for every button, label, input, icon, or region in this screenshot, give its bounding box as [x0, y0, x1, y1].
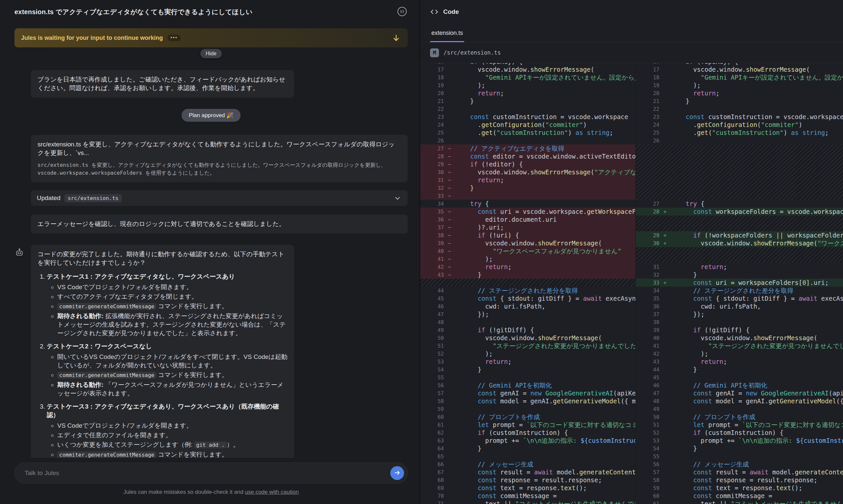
code-line[interactable]: 41− );: [420, 255, 635, 263]
code-line[interactable]: 63 prompt += `\n\n追加の指示: ${customInstruc…: [420, 436, 635, 445]
code-line[interactable]: 42− return;: [420, 263, 635, 271]
code-line[interactable]: 17 vscode.window.showErrorMessage(: [636, 66, 843, 73]
code-line[interactable]: 21 }: [420, 97, 635, 105]
code-line[interactable]: 59: [420, 405, 635, 413]
code-line[interactable]: 57 const genAI = new GoogleGenerativeAI(…: [420, 389, 635, 397]
code-line[interactable]: 34 // ステージングされた差分を取得: [636, 287, 843, 294]
code-line[interactable]: 55: [420, 373, 635, 381]
code-line[interactable]: 20 return;: [636, 89, 843, 97]
code-line[interactable]: 19 );: [636, 81, 843, 89]
code-line[interactable]: 29+ if (!workspaceFolders || workspaceFo…: [636, 231, 843, 239]
chevron-down-icon[interactable]: [393, 194, 402, 202]
updated-file-row[interactable]: Updated src/extension.ts: [31, 190, 408, 206]
chat-input[interactable]: [24, 469, 384, 477]
code-line[interactable]: 58 const response = result.response;: [636, 476, 843, 484]
code-line[interactable]: 36 cwd: uri.fsPath,: [636, 302, 843, 310]
code-line[interactable]: 42 );: [636, 350, 843, 358]
code-line[interactable]: 54 }: [420, 365, 635, 373]
code-line[interactable]: 46 cwd: uri.fsPath,: [420, 302, 635, 310]
code-line[interactable]: 39− vscode.window.showErrorMessage(: [420, 239, 635, 247]
code-line[interactable]: 50 // プロンプトを作成: [636, 413, 843, 421]
use-code-with-caution-link[interactable]: use code with caution: [245, 489, 299, 495]
code-line[interactable]: 58 const model = genAI.getGenerativeMode…: [420, 397, 635, 405]
code-line[interactable]: 18 "Gemini APIキーが設定されていません。設定から入力してください。…: [420, 73, 635, 81]
code-line[interactable]: 40− "ワークスペースフォルダが見つかりません": [420, 247, 635, 255]
code-line[interactable]: 32 }: [636, 271, 843, 278]
code-line[interactable]: 30+ vscode.window.showErrorMessage("ワークス…: [636, 239, 843, 247]
code-line[interactable]: 38− if (!uri) {: [420, 231, 635, 239]
code-line[interactable]: 54 }: [636, 445, 843, 452]
code-line[interactable]: 16 if (!apiKey) {: [420, 63, 635, 66]
code-line[interactable]: 40 vscode.window.showErrorMessage(: [636, 334, 843, 342]
code-line[interactable]: 52 if (customInstruction) {: [636, 429, 843, 436]
code-line[interactable]: 24 .getConfiguration("commiter"): [636, 121, 843, 129]
code-line[interactable]: 27− // アクティブなエディタを取得: [420, 144, 635, 152]
code-line[interactable]: 39 if (!gitDiff) {: [636, 326, 843, 334]
code-line[interactable]: 25 .get("customInstruction") as string;: [636, 129, 843, 137]
code-line[interactable]: 60 // プロンプトを作成: [420, 413, 635, 421]
code-line[interactable]: 25 .get("customInstruction") as string;: [420, 129, 635, 137]
code-line[interactable]: 46 // Gemini APIを初期化: [636, 381, 843, 389]
code-line[interactable]: 17 vscode.window.showErrorMessage(: [420, 66, 635, 73]
code-line[interactable]: 33−: [420, 192, 635, 200]
arrow-down-icon[interactable]: [391, 33, 401, 43]
code-line[interactable]: 20 return;: [420, 89, 635, 97]
code-line[interactable]: 44 // ステージングされた差分を取得: [420, 287, 635, 294]
code-line[interactable]: 26: [636, 137, 843, 144]
code-line[interactable]: 31 return;: [636, 263, 843, 271]
code-line[interactable]: 64 }: [420, 445, 635, 452]
code-line[interactable]: 37 });: [636, 310, 843, 318]
code-line[interactable]: 53 prompt += `\n\n追加の指示: ${customInstruc…: [636, 436, 843, 445]
code-line[interactable]: 26: [420, 137, 635, 144]
code-line[interactable]: 51 "ステージングされた変更が見つかりませんでした": [420, 342, 635, 350]
plan-approved-chip[interactable]: Plan approved 🎉: [182, 109, 241, 122]
code-line[interactable]: 27 try {: [636, 200, 843, 208]
code-line[interactable]: 65: [420, 452, 635, 460]
chat-input-bar[interactable]: [15, 463, 408, 484]
code-line[interactable]: 67 const result = await model.generateCo…: [420, 468, 635, 476]
code-line[interactable]: 37− )?.uri;: [420, 223, 635, 231]
code-line[interactable]: 47 });: [420, 310, 635, 318]
waiting-banner[interactable]: Jules is waiting for your input to conti…: [15, 28, 408, 47]
code-line[interactable]: 51 let prompt = `以下のコード変更に対する適切なコミットメッセー…: [636, 421, 843, 429]
code-line[interactable]: 18 "Gemini APIキーが設定されていません。設定から入力してください。…: [636, 73, 843, 81]
code-line[interactable]: 68 const response = result.response;: [420, 476, 635, 484]
code-line[interactable]: 24 .getConfiguration("commiter"): [420, 121, 635, 129]
code-line[interactable]: 19 );: [420, 81, 635, 89]
code-line[interactable]: 70 const commitMessage =: [420, 492, 635, 500]
code-line[interactable]: 45: [636, 373, 843, 381]
code-line[interactable]: 44 }: [636, 365, 843, 373]
code-line[interactable]: 43− }: [420, 271, 635, 278]
code-line[interactable]: 55: [636, 452, 843, 460]
code-line[interactable]: 50 vscode.window.showErrorMessage(: [420, 334, 635, 342]
code-line[interactable]: 35 const { stdout: gitDiff } = await exe…: [636, 294, 843, 302]
hide-button[interactable]: Hide: [200, 49, 222, 58]
code-line[interactable]: 56 // メッセージ生成: [636, 460, 843, 468]
code-line[interactable]: 49 if (!gitDiff) {: [420, 326, 635, 334]
code-line[interactable]: 23 const customInstruction = vscode.work…: [420, 113, 635, 121]
code-line[interactable]: 28+ const workspaceFolders = vscode.work…: [636, 208, 843, 215]
send-button[interactable]: [390, 466, 404, 480]
code-line[interactable]: 56 // Gemini APIを初期化: [420, 381, 635, 389]
code-line[interactable]: 30− vscode.window.showErrorMessage("アクティ…: [420, 168, 635, 176]
code-line[interactable]: 71 text || "コミットメッセージを生成できませんでした";: [420, 500, 635, 504]
code-line[interactable]: 48: [420, 318, 635, 326]
code-line[interactable]: 59 const text = response.text();: [636, 484, 843, 492]
code-line[interactable]: 31− return;: [420, 176, 635, 184]
code-line[interactable]: 32− }: [420, 184, 635, 192]
code-line[interactable]: 22: [420, 105, 635, 113]
code-line[interactable]: 47 const genAI = new GoogleGenerativeAI(…: [636, 389, 843, 397]
code-line[interactable]: 16 if (!apiKey) {: [636, 63, 843, 66]
code-line[interactable]: 22: [636, 105, 843, 113]
code-line[interactable]: 23 const customInstruction = vscode.work…: [636, 113, 843, 121]
code-line[interactable]: 69 const text = response.text();: [420, 484, 635, 492]
code-line[interactable]: 35− const uri = vscode.workspace.getWork…: [420, 208, 635, 215]
code-line[interactable]: 38: [636, 318, 843, 326]
code-line[interactable]: 29− if (!editor) {: [420, 160, 635, 168]
code-line[interactable]: 57 const result = await model.generateCo…: [636, 468, 843, 476]
code-line[interactable]: 34 try {: [420, 200, 635, 208]
code-line[interactable]: 52 );: [420, 350, 635, 358]
code-line[interactable]: 53 return;: [420, 358, 635, 365]
code-line[interactable]: 66 // メッセージ生成: [420, 460, 635, 468]
code-line[interactable]: 48 const model = genAI.getGenerativeMode…: [636, 397, 843, 405]
